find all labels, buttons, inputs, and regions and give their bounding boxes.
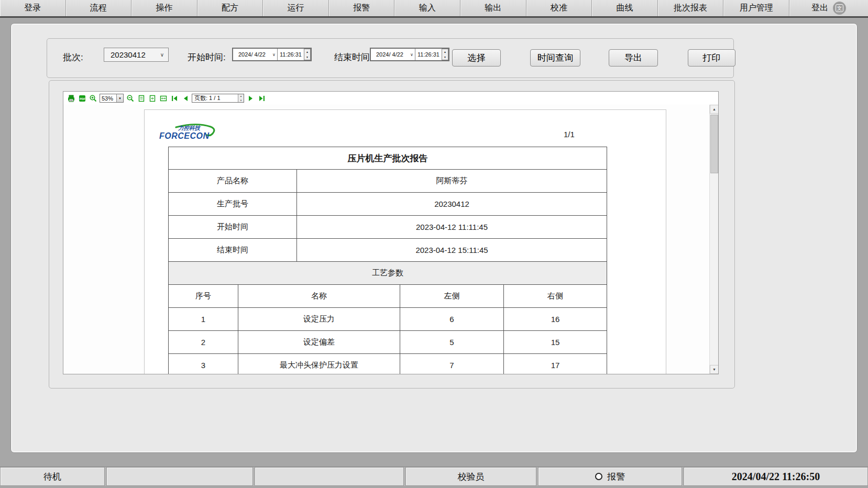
clock-display: 2024/04/22 11:26:50 [684,467,868,486]
menu-item-1[interactable]: 流程 [66,0,132,16]
report-page: 力控科技 FORCECON 1/1 压片机生产批次报告 产品名称阿斯蒂芬生产批号… [144,109,666,374]
param-header: 序号 [169,285,238,307]
end-time-spinner[interactable]: ▲▼ [442,49,448,60]
menu-item-3[interactable]: 配方 [197,0,263,16]
language-badge-icon[interactable]: 文 [833,2,846,15]
end-datetime-picker[interactable]: 2024/ 4/22 ∨ 11:26:31 ▲▼ [370,48,449,61]
info-row-0: 产品名称阿斯蒂芬 [168,170,607,193]
param-cell: 设定压力 [238,308,400,330]
zoom-in-icon[interactable] [89,94,97,103]
zoom-level-value: 53% [100,95,116,102]
menu-item-logout[interactable]: 登出 文 [789,0,868,16]
info-label: 产品名称 [169,170,297,192]
page-number-value: 页数: 1 / 1 [192,94,238,102]
info-label: 结束时间 [169,239,297,261]
alarm-label: 报警 [607,471,625,483]
page-number-box[interactable]: 页数: 1 / 1 ▲▼ [192,94,244,103]
export-button[interactable]: 导出 [609,49,658,66]
status-cell-1 [106,467,253,486]
start-time-value[interactable]: 11:26:31 [278,49,304,60]
param-header: 名称 [238,285,400,307]
param-cell: 设定偏差 [238,331,400,353]
param-header-row: 序号名称左侧右侧 [168,285,607,308]
scroll-down-icon[interactable]: ▼ [710,365,718,374]
info-value: 20230412 [297,193,607,215]
section-header: 工艺参数 [169,262,607,284]
spinner-up-icon[interactable]: ▲ [442,49,448,54]
info-row-2: 开始时间2023-04-12 11:11:45 [168,216,607,239]
menu-item-9[interactable]: 曲线 [592,0,658,16]
status-cell-2 [255,467,404,486]
forcecon-logo: 力控科技 FORCECON [158,123,226,145]
logout-label: 登出 [811,3,828,14]
start-date-value[interactable]: 2024/ 4/22 [233,49,271,60]
spinner-up-icon[interactable]: ▲ [304,49,310,54]
svg-text:PDF: PDF [80,97,86,100]
report-viewer-toolbar: PDF 53% ▼ [63,92,718,105]
menu-item-7[interactable]: 输出 [460,0,526,16]
info-value: 阿斯蒂芬 [297,170,607,192]
scroll-up-icon[interactable]: ▲ [710,105,718,114]
fit-page-icon[interactable] [148,94,157,103]
first-page-icon[interactable] [170,94,179,103]
report-title-row: 压片机生产批次报告 [168,147,607,170]
alarm-lamp-icon [595,473,602,480]
vertical-scrollbar[interactable]: ▲ ▼ [709,105,718,374]
pdf-export-icon[interactable]: PDF [78,94,86,103]
info-value: 2023-04-12 11:11:45 [297,216,607,238]
zoom-level-select[interactable]: 53% ▼ [100,94,124,103]
start-time-spinner[interactable]: ▲▼ [304,49,311,60]
select-button[interactable]: 选择 [452,49,501,66]
prev-page-icon[interactable] [181,94,190,103]
query-controls-group: 批次: 20230412 ∨ 开始时间: 2024/ 4/22 ∨ 11:26:… [47,38,734,78]
param-cell: 16 [504,308,607,330]
menu-item-0[interactable]: 登录 [0,0,66,16]
scrollbar-thumb[interactable] [710,115,718,173]
page-indicator: 1/1 [564,130,611,139]
batch-select[interactable]: 20230412 ∨ [104,48,169,62]
param-cell: 15 [504,331,607,353]
param-row-2: 3最大冲头保护压力设置717 [168,354,607,374]
alarm-indicator: 报警 [538,467,682,486]
menu-item-5[interactable]: 报警 [329,0,395,16]
param-cell: 5 [400,331,504,353]
menu-item-2[interactable]: 操作 [131,0,197,16]
chevron-down-icon: ∨ [160,52,164,58]
end-date-value[interactable]: 2024/ 4/22 [371,49,409,60]
menu-item-4[interactable]: 运行 [263,0,329,16]
status-cell-3: 校验员 [405,467,536,486]
spinner-down-icon[interactable]: ▼ [442,54,448,60]
status-cell-0: 待机 [0,467,105,486]
top-menu-bar: 登录流程操作配方运行报警输入输出校准曲线批次报表用户管理 登出 文 [0,0,868,18]
chevron-down-icon[interactable]: ∨ [409,49,415,60]
print-icon[interactable] [67,94,75,103]
report-viewer: PDF 53% ▼ [63,91,719,374]
time-query-button[interactable]: 时间查询 [530,49,580,66]
param-row-1: 2设定偏差515 [168,331,607,354]
zoom-out-icon[interactable] [126,94,135,103]
page-spinner[interactable]: ▲▼ [238,94,244,102]
print-button[interactable]: 打印 [688,49,735,66]
start-datetime-picker[interactable]: 2024/ 4/22 ∨ 11:26:31 ▲▼ [232,48,312,61]
logo-cn-text: 力控科技 [178,125,201,131]
spinner-down-icon[interactable]: ▼ [304,54,310,60]
batch-select-value: 20230412 [111,50,160,59]
batch-label: 批次: [63,51,83,63]
spinner-up-icon[interactable]: ▲ [238,94,244,98]
menu-item-11[interactable]: 用户管理 [723,0,789,16]
spinner-down-icon[interactable]: ▼ [238,98,244,103]
chevron-down-icon[interactable]: ∨ [271,49,278,60]
next-page-icon[interactable] [246,94,255,103]
end-time-value[interactable]: 11:26:31 [415,49,442,60]
fit-width-icon[interactable] [159,94,168,103]
param-cell: 3 [169,354,238,374]
menu-item-10[interactable]: 批次报表 [658,0,724,16]
info-label: 生产批号 [169,193,297,215]
menu-item-6[interactable]: 输入 [394,0,460,16]
menu-item-8[interactable]: 校准 [526,0,592,16]
info-label: 开始时间 [169,216,297,238]
actual-size-icon[interactable] [137,94,146,103]
chevron-down-icon[interactable]: ▼ [116,94,123,102]
last-page-icon[interactable] [257,94,266,103]
param-header: 左侧 [400,285,504,307]
